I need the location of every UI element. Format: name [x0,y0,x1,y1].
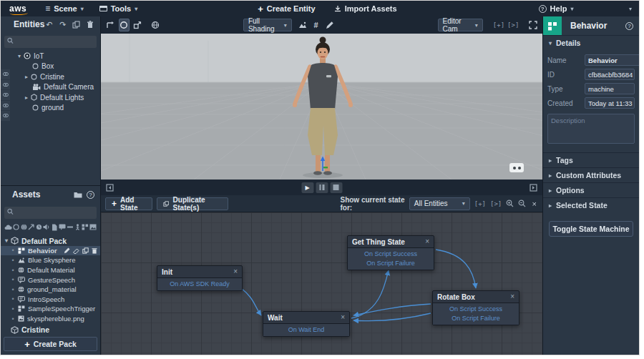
frame-selection-icon[interactable]: [>] [507,21,519,29]
close-panel-icon[interactable]: × [530,199,538,208]
script-filter-icon[interactable] [27,222,35,232]
frame-all-icon[interactable]: [+] [493,21,504,29]
duplicate-icon[interactable] [72,20,81,29]
state-event[interactable]: On AWS SDK Ready [157,280,242,289]
asset-item-introspeech[interactable]: • IntroSpeech [1,295,100,305]
document-filter-icon[interactable] [51,222,59,232]
redo-icon[interactable]: ↷ [58,20,67,29]
chevron-down-icon[interactable]: ▾ [18,53,21,59]
state-event[interactable]: On Script Failure [433,314,519,323]
asset-item-skysphereblue[interactable]: • skysphereblue.png [1,314,100,324]
asset-item-gesturespeech[interactable]: • GestureSpeech [1,275,100,285]
play-button[interactable]: ▶ [301,182,313,193]
state-event[interactable]: On Wait End [263,325,349,335]
asset-item-ground-material[interactable]: • ground_material [1,285,100,295]
name-input[interactable] [585,54,640,66]
asset-item-default-material[interactable]: • Default Material [1,265,100,275]
asset-pack-default[interactable]: ▾ Default Pack [1,236,100,246]
add-state-button[interactable]: + Add State [105,197,152,210]
asset-item-behavior[interactable]: • Behavior [1,246,100,256]
aws-logo[interactable]: aws [9,4,26,14]
asset-item-blue-skysphere[interactable]: • Blue Skysphere [1,255,100,265]
asset-pack-cristine[interactable]: Cristine [1,325,100,335]
trash-icon[interactable] [85,20,94,29]
pause-button[interactable] [316,182,328,193]
section-custom-attributes[interactable]: ▸ Custom Attributes [543,167,639,182]
section-tags[interactable]: ▸ Tags [543,152,639,167]
clock-filter-icon[interactable] [35,222,43,232]
eye-toggle-icon[interactable] [1,101,10,111]
help-menu[interactable]: ? Help ▾ [539,4,574,13]
statemachine-canvas[interactable]: Init × On AWS SDK Ready Get Thing State … [101,212,542,355]
state-node-wait[interactable]: Wait × On Wait End [263,311,350,337]
import-assets-button[interactable]: Import Assets [334,4,397,13]
trash-icon[interactable] [92,247,97,254]
stop-button[interactable] [330,182,342,193]
rotate-tool-icon[interactable] [119,19,130,31]
zoom-out-icon[interactable] [518,199,526,208]
undo-icon[interactable]: ↶ [44,20,54,29]
sound-filter-icon[interactable] [43,222,51,232]
question-icon[interactable]: ? [625,22,633,30]
fullscreen-icon[interactable] [527,19,538,31]
create-pack-button[interactable]: + Create Pack [4,337,97,351]
edit-mode-icon[interactable] [324,19,335,31]
collapse-left-icon[interactable] [105,183,114,192]
frame-selection-icon[interactable]: [>] [490,200,502,207]
state-node-init[interactable]: Init × On AWS SDK Ready [157,265,243,291]
state-event[interactable]: On Script Success [433,305,519,314]
close-icon[interactable]: × [425,238,429,245]
duplicate-states-button[interactable]: Duplicate State(s) [157,197,228,210]
state-event[interactable]: On Script Success [348,250,434,259]
edit-icon[interactable] [64,247,70,254]
close-icon[interactable]: × [510,293,514,300]
dash-filter-icon[interactable] [66,222,74,232]
create-entity-button[interactable]: + Create Entity [258,4,315,14]
eye-toggle-icon[interactable] [1,90,10,100]
statemachine-filter-icon[interactable] [82,222,89,232]
show-state-dropdown[interactable]: All Entities ▾ [409,197,470,210]
tree-item-cristine[interactable]: ▸ Cristine [1,72,100,82]
entities-search-input[interactable] [4,36,97,48]
shading-dropdown[interactable]: Full Shading ▾ [243,19,292,31]
posteffect-icon[interactable] [298,19,308,31]
grid-toggle-icon[interactable]: # [311,19,321,31]
asset-item-samplespeechtrigger[interactable]: • SampleSpeechTrigger [1,304,100,314]
scene-menu[interactable]: ≡ Scene ▾ [45,4,83,14]
eraser-icon[interactable] [73,247,79,254]
tree-item-box[interactable]: Box [1,62,100,72]
tree-item-default-camera[interactable]: Default Camera [1,82,100,93]
chevron-right-icon[interactable]: ▸ [25,94,28,101]
section-details[interactable]: ▾ Details [543,35,639,50]
skeleton-filter-icon[interactable] [74,222,82,232]
translate-tool-icon[interactable] [105,19,116,31]
eye-toggle-icon[interactable] [1,69,10,79]
tree-item-default-lights[interactable]: ▸ Default Lights [1,92,100,103]
description-textarea[interactable] [547,114,635,144]
image-filter-icon[interactable] [89,222,97,232]
close-icon[interactable]: × [341,314,345,321]
tree-item-iot[interactable]: ▾ IoT [1,51,100,62]
camera-dropdown[interactable]: Editor Cam ▾ [438,19,483,31]
state-node-get-thing-state[interactable]: Get Thing State × On Script Success On S… [347,235,434,270]
zoom-in-icon[interactable] [506,199,514,208]
scale-tool-icon[interactable] [132,19,143,31]
toggle-state-machine-button[interactable]: Toggle State Machine [549,221,633,237]
question-icon[interactable]: ? [87,191,94,199]
folder-icon[interactable] [73,190,82,200]
section-selected-state[interactable]: ▸ Selected State [543,197,639,212]
duplicate-icon[interactable] [82,247,89,254]
section-options[interactable]: ▸ Options [543,182,639,197]
tree-item-ground[interactable]: ground [1,103,100,114]
sphere-filter-icon[interactable] [20,222,28,232]
speech-filter-icon[interactable] [58,222,66,232]
state-node-rotate-box[interactable]: Rotate Box × On Script Success On Script… [432,290,519,325]
eye-toggle-icon[interactable] [1,111,10,121]
tools-menu[interactable]: Tools ▾ [99,4,138,13]
vr-mode-icon[interactable] [509,163,524,172]
viewport-3d[interactable] [101,34,542,180]
world-space-icon[interactable] [150,19,160,31]
eye-toggle-icon[interactable] [1,80,10,90]
state-event[interactable]: On Script Failure [348,259,434,268]
frame-all-icon[interactable]: [+] [474,200,486,207]
